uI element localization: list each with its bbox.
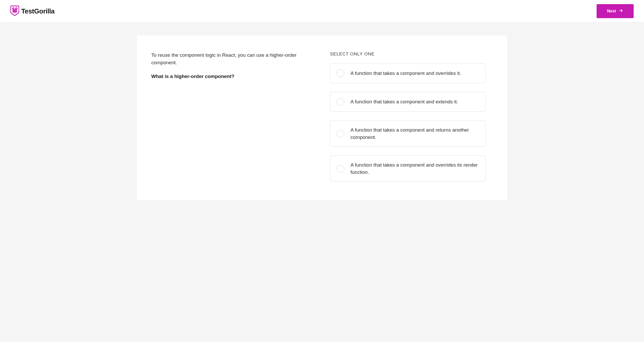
radio-icon: [337, 98, 344, 106]
options-column: SELECT ONLY ONE A function that takes a …: [330, 52, 485, 182]
next-button[interactable]: Next: [597, 4, 634, 18]
radio-icon: [337, 130, 344, 138]
header: TestGorilla Next: [0, 0, 644, 23]
option-1[interactable]: A function that takes a component and ex…: [330, 92, 485, 112]
arrow-right-icon: [619, 8, 623, 14]
radio-icon: [337, 165, 344, 173]
svg-point-6: [15, 10, 16, 11]
option-3[interactable]: A function that takes a component and ov…: [330, 155, 485, 182]
content-wrapper: To reuse the component logic in React, y…: [0, 23, 644, 213]
option-0[interactable]: A function that takes a component and ov…: [330, 63, 485, 83]
option-label: A function that takes a component and ov…: [350, 70, 461, 77]
radio-icon: [337, 69, 344, 77]
option-label: A function that takes a component and ex…: [350, 98, 458, 105]
brand-name: TestGorilla: [21, 7, 54, 15]
svg-point-3: [16, 8, 17, 9]
question-prompt: What is a higher-order component?: [151, 74, 307, 79]
option-label: A function that takes a component and re…: [350, 126, 479, 141]
option-label: A function that takes a component and ov…: [350, 161, 479, 176]
question-intro: To reuse the component logic in React, y…: [151, 52, 307, 66]
next-button-label: Next: [607, 9, 616, 13]
question-column: To reuse the component logic in React, y…: [151, 52, 307, 182]
gorilla-icon: [10, 5, 19, 17]
question-card: To reuse the component logic in React, y…: [137, 35, 507, 200]
option-2[interactable]: A function that takes a component and re…: [330, 120, 485, 147]
options-instruction: SELECT ONLY ONE: [330, 52, 485, 57]
svg-point-5: [14, 10, 14, 11]
svg-point-4: [12, 9, 17, 13]
brand-logo: TestGorilla: [10, 5, 54, 17]
svg-point-2: [13, 8, 14, 9]
